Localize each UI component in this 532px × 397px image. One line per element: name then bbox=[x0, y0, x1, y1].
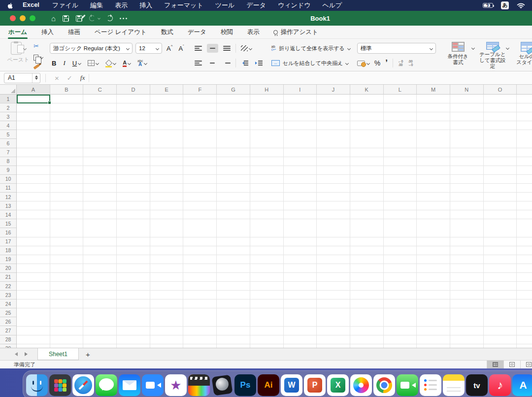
menubar-item[interactable]: 編集 bbox=[90, 1, 103, 10]
increase-font-size-button[interactable]: A^ bbox=[165, 45, 174, 52]
normal-view-button[interactable] bbox=[487, 361, 503, 368]
ribbon-tab[interactable]: 数式 bbox=[161, 26, 174, 38]
column-header[interactable]: L bbox=[384, 85, 417, 95]
row-header[interactable]: 19 bbox=[0, 255, 16, 264]
number-format-combobox[interactable]: 標準 bbox=[357, 43, 436, 54]
cells-area[interactable] bbox=[17, 95, 532, 348]
italic-button[interactable]: I bbox=[63, 59, 65, 67]
dock-launchpad-icon[interactable] bbox=[49, 374, 71, 396]
increase-indent-button[interactable] bbox=[253, 59, 265, 67]
home-icon[interactable]: ⌂ bbox=[51, 15, 56, 22]
align-middle-button[interactable] bbox=[207, 44, 218, 53]
previous-sheet-arrow-icon[interactable] bbox=[13, 352, 18, 356]
decrease-font-size-button[interactable]: Aˇ bbox=[177, 45, 185, 52]
zoom-window-button[interactable] bbox=[30, 15, 35, 21]
row-header[interactable]: 24 bbox=[0, 299, 16, 308]
row-header[interactable]: 17 bbox=[0, 237, 16, 246]
save-as-icon[interactable] bbox=[76, 15, 82, 22]
dock-excel-icon[interactable]: X bbox=[327, 374, 349, 396]
column-header[interactable]: H bbox=[250, 85, 284, 95]
add-sheet-button[interactable]: + bbox=[79, 348, 97, 360]
dock-photoshop-icon[interactable]: Ps bbox=[234, 374, 256, 396]
page-break-view-button[interactable] bbox=[521, 361, 532, 368]
row-header[interactable]: 22 bbox=[0, 282, 16, 291]
column-header[interactable]: K bbox=[350, 85, 384, 95]
battery-icon[interactable]: ϟ bbox=[483, 3, 493, 8]
wifi-icon[interactable] bbox=[517, 2, 525, 9]
row-header[interactable]: 4 bbox=[0, 121, 16, 130]
column-header[interactable]: D bbox=[117, 85, 150, 95]
column-header[interactable] bbox=[517, 85, 532, 95]
dock-zoom-icon[interactable] bbox=[142, 374, 164, 396]
row-header[interactable]: 15 bbox=[0, 219, 16, 228]
column-header[interactable]: E bbox=[150, 85, 184, 95]
row-header[interactable]: 3 bbox=[0, 112, 16, 121]
column-header[interactable]: G bbox=[217, 85, 250, 95]
cancel-icon[interactable]: × bbox=[51, 74, 63, 82]
dock-chrome-icon[interactable] bbox=[373, 374, 395, 396]
row-header[interactable]: 13 bbox=[0, 201, 16, 210]
column-header[interactable]: J bbox=[317, 85, 350, 95]
column-header[interactable]: M bbox=[417, 85, 450, 95]
font-name-combobox[interactable]: 游ゴシック Regular (本文) bbox=[50, 43, 133, 54]
selected-cell-a1[interactable] bbox=[17, 95, 50, 103]
menubar-item[interactable]: ツール bbox=[215, 1, 235, 10]
dock-illustrator-icon[interactable]: Ai bbox=[258, 374, 279, 396]
font-color-button[interactable]: A bbox=[121, 60, 133, 66]
percent-style-button[interactable]: % bbox=[374, 59, 380, 67]
enter-icon[interactable]: ✓ bbox=[63, 74, 76, 82]
row-header[interactable]: 2 bbox=[0, 103, 16, 112]
row-header[interactable]: 29 bbox=[0, 344, 16, 348]
accounting-format-button[interactable] bbox=[357, 61, 369, 66]
menubar-item[interactable]: フォーマット bbox=[164, 1, 203, 10]
cell-styles-button[interactable]: セルのスタイル bbox=[512, 42, 532, 69]
dock-music-icon[interactable]: ♪ bbox=[489, 374, 511, 396]
ribbon-tab[interactable]: 挿入 bbox=[41, 26, 54, 38]
row-header[interactable]: 21 bbox=[0, 273, 16, 282]
select-all-corner[interactable] bbox=[0, 85, 17, 95]
row-header[interactable]: 8 bbox=[0, 157, 16, 166]
name-box-stepper[interactable] bbox=[32, 73, 40, 83]
menubar-item[interactable]: 挿入 bbox=[139, 1, 152, 10]
save-icon[interactable] bbox=[63, 15, 69, 22]
dock-reminders-icon[interactable] bbox=[420, 374, 441, 396]
dock-word-icon[interactable]: W bbox=[281, 374, 302, 396]
menubar-item[interactable]: ファイル bbox=[52, 1, 78, 10]
dock-messages-icon[interactable] bbox=[96, 374, 117, 396]
align-bottom-button[interactable] bbox=[221, 44, 233, 53]
dock-powerpoint-icon[interactable]: P bbox=[304, 374, 326, 396]
decrease-indent-button[interactable] bbox=[239, 59, 250, 67]
apple-logo-icon[interactable] bbox=[7, 2, 14, 9]
row-header[interactable]: 28 bbox=[0, 335, 16, 344]
row-header[interactable]: 11 bbox=[0, 184, 16, 193]
dock-safari-icon[interactable] bbox=[72, 374, 94, 396]
dock-notes-icon[interactable] bbox=[443, 374, 465, 396]
minimize-window-button[interactable] bbox=[20, 15, 26, 21]
row-header[interactable]: 5 bbox=[0, 130, 16, 139]
sheet-tab[interactable]: Sheet1 bbox=[37, 348, 79, 360]
column-header[interactable]: F bbox=[183, 85, 217, 95]
align-top-button[interactable] bbox=[193, 44, 204, 53]
column-header[interactable]: B bbox=[50, 85, 84, 95]
ribbon-tab[interactable]: 校閲 bbox=[220, 26, 233, 38]
dock-diskspeed-icon[interactable] bbox=[211, 374, 233, 396]
paste-button[interactable]: ペースト bbox=[5, 42, 32, 69]
increase-decimal-button[interactable]: ←0 .00 bbox=[398, 60, 403, 66]
menubar-item[interactable]: データ bbox=[246, 1, 266, 10]
input-method-icon[interactable]: あ bbox=[501, 1, 509, 9]
borders-button[interactable] bbox=[86, 60, 100, 66]
cut-scissors-icon[interactable]: ✂ bbox=[33, 43, 43, 49]
menubar-item[interactable]: ヘルプ bbox=[322, 1, 342, 10]
tab-assist[interactable]: 操作アシスト bbox=[273, 28, 318, 36]
dock-mail-icon[interactable] bbox=[119, 374, 140, 396]
merge-center-button[interactable]: セルを結合して中央揃え bbox=[283, 60, 343, 67]
insert-function-icon[interactable]: fx bbox=[76, 74, 89, 82]
align-left-button[interactable] bbox=[193, 59, 204, 67]
menubar-item[interactable]: Excel bbox=[23, 1, 39, 10]
column-header[interactable]: O bbox=[484, 85, 517, 95]
text-orientation-button[interactable] bbox=[239, 44, 254, 53]
copy-icon[interactable] bbox=[33, 55, 38, 61]
ribbon-tab[interactable]: 描画 bbox=[67, 26, 81, 38]
align-right-button[interactable] bbox=[221, 59, 233, 67]
align-center-button[interactable] bbox=[207, 59, 218, 67]
